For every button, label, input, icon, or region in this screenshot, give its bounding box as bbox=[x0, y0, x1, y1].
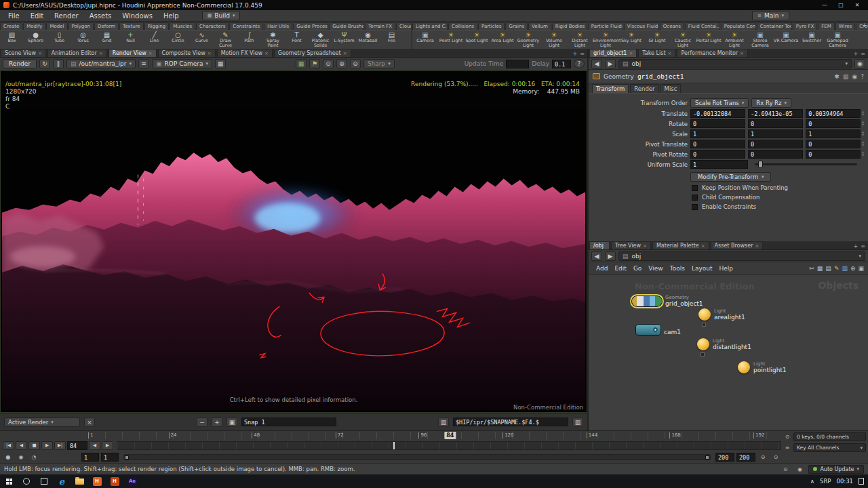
close-icon[interactable]: × bbox=[668, 51, 672, 56]
shelf-tab[interactable]: Muscles bbox=[170, 22, 195, 30]
checkbox[interactable] bbox=[692, 204, 698, 210]
transform-order-select[interactable]: Scale Rot Trans▾ bbox=[690, 98, 749, 108]
delay-field[interactable]: 0.1 bbox=[552, 60, 571, 68]
shelf-tool[interactable]: ▣Stereo Camera bbox=[747, 30, 773, 49]
snapshot-camera-icon[interactable]: ▣ bbox=[226, 418, 237, 427]
notification-center-icon[interactable] bbox=[859, 478, 864, 485]
shelf-tool[interactable]: ▣Switcher bbox=[799, 30, 825, 49]
prev-frame-button[interactable]: ◀ bbox=[89, 441, 100, 450]
zoom-icon[interactable]: ⊕ bbox=[850, 265, 856, 272]
key-menu-icon[interactable]: ≡ bbox=[783, 445, 791, 451]
playback-start-field[interactable]: 1 bbox=[101, 453, 119, 462]
shelf-tab[interactable]: Rigid Bodies bbox=[552, 22, 587, 30]
render-viewport[interactable]: /out/mantra_ipr[raytrace]-00:31:08[1] 12… bbox=[0, 70, 587, 413]
help-icon[interactable]: ? bbox=[574, 59, 585, 68]
pane-tab[interactable]: Tree View× bbox=[611, 241, 651, 249]
add-tab-icon[interactable]: + bbox=[854, 243, 859, 249]
snapshot-name-field[interactable]: Snap 1 bbox=[241, 418, 336, 426]
range-slider[interactable] bbox=[123, 454, 711, 460]
timeline-zoom-icon[interactable]: ⊖ bbox=[757, 454, 768, 460]
shelf-tool[interactable]: ▣Gamepad Camera bbox=[825, 30, 850, 49]
light-node-shape[interactable] bbox=[738, 361, 750, 373]
close-icon[interactable]: × bbox=[99, 51, 103, 56]
zoom-in-icon[interactable]: ⊕ bbox=[336, 59, 347, 68]
menu-item[interactable]: Help bbox=[158, 12, 184, 20]
shelf-tab[interactable]: Constraints bbox=[229, 22, 263, 30]
shelf-tool[interactable]: ☀Environment Light bbox=[593, 30, 618, 49]
pane-tab[interactable]: Render View× bbox=[108, 49, 157, 57]
light-node-shape[interactable] bbox=[698, 308, 711, 321]
shelf-tool[interactable]: ▦Grid bbox=[95, 30, 119, 49]
cook-indicator-icon[interactable]: ◉ bbox=[794, 466, 805, 472]
inspect-icon[interactable]: ⊙ bbox=[323, 59, 334, 68]
shelf-tab[interactable]: Polygon bbox=[68, 22, 94, 30]
pivot-rotate-z-input[interactable]: 0 bbox=[806, 150, 861, 159]
shelf-add-icon[interactable]: + bbox=[862, 22, 867, 28]
tray-expand-icon[interactable]: ∧ bbox=[810, 478, 814, 485]
pane-tab[interactable]: Asset Browser× bbox=[711, 241, 764, 249]
shelf-tab[interactable]: Model bbox=[46, 22, 67, 30]
load-snapshot-icon[interactable]: ▥ bbox=[572, 418, 583, 427]
timeline-options-icon[interactable]: ⊙ bbox=[770, 454, 781, 460]
shelf-tool[interactable]: ◆Platonic Solids bbox=[309, 30, 332, 49]
stop-button[interactable]: ■ bbox=[28, 441, 40, 450]
range-end-field[interactable]: 200 bbox=[736, 453, 755, 462]
forward-icon[interactable]: ▶ bbox=[605, 251, 616, 261]
node-name[interactable]: grid_object1 bbox=[637, 73, 684, 80]
network-menu-item[interactable]: Go bbox=[630, 265, 645, 272]
camera-node-shape[interactable] bbox=[636, 325, 660, 335]
uniform-scale-input[interactable]: 1 bbox=[690, 160, 748, 169]
play-reverse-button[interactable]: ◀ bbox=[16, 441, 27, 450]
shelf-tool[interactable]: ☀Point Light bbox=[438, 30, 464, 49]
zoom-out-icon[interactable]: ⊖ bbox=[350, 59, 361, 68]
pane-tab[interactable]: Composite View× bbox=[158, 49, 216, 57]
add-tab-icon[interactable]: + bbox=[854, 51, 859, 57]
network-canvas[interactable]: Non-Commercial Edition Objects Geometryg… bbox=[589, 274, 868, 430]
close-icon[interactable]: × bbox=[264, 51, 269, 56]
network-menu-item[interactable]: Tools bbox=[667, 265, 688, 272]
pivot-rotate-x-input[interactable]: 0 bbox=[690, 150, 745, 159]
minimize-button[interactable]: — bbox=[817, 2, 832, 8]
shelf-tab[interactable]: Guide Brushes bbox=[329, 22, 364, 30]
param-tab[interactable]: Transform bbox=[592, 84, 629, 93]
shelf-tab[interactable]: Texture bbox=[119, 22, 144, 30]
snapshot-path-field[interactable]: $HIP/ipr/$SNAPNAME.$F4.$ bbox=[453, 418, 568, 426]
shelf-tab[interactable]: Deform bbox=[94, 22, 119, 30]
shelf-tool[interactable]: ☀Distant Light bbox=[567, 30, 593, 49]
network-path-combo[interactable]: ▤obj▾ bbox=[618, 251, 865, 261]
translate-y-input[interactable]: -2.69413e-05 bbox=[748, 109, 803, 118]
play-button[interactable]: ▶ bbox=[41, 441, 53, 450]
pane-tab[interactable]: grid_object1× bbox=[589, 49, 637, 57]
list-icon[interactable]: ▤ bbox=[825, 265, 831, 272]
shelf-tab[interactable]: Terrain FX bbox=[365, 22, 395, 30]
shelf-tab[interactable]: Grains bbox=[505, 22, 528, 30]
frame-ruler[interactable]: 124487296120144168192 bbox=[88, 432, 781, 439]
camera-menu-icon[interactable]: ▦ bbox=[215, 59, 226, 68]
shelf-tab[interactable]: Rigging bbox=[144, 22, 170, 30]
rotate-x-input[interactable]: 0 bbox=[690, 119, 745, 128]
shelf-tool[interactable]: ●Sphere bbox=[24, 30, 47, 49]
shelf-tab[interactable]: Particles bbox=[478, 22, 505, 30]
message-log-icon[interactable]: ⊙ bbox=[780, 466, 791, 472]
clock[interactable]: 00:31 bbox=[837, 478, 854, 485]
houdini-fx-taskbar-icon[interactable]: H bbox=[106, 474, 123, 488]
shelf-tab[interactable]: Cloud FX bbox=[396, 22, 411, 30]
shelf-tool[interactable]: ▣VR Camera bbox=[773, 30, 799, 49]
ladder-icon[interactable]: ↕ bbox=[861, 141, 865, 147]
menu-item[interactable]: Assets bbox=[84, 12, 117, 20]
shelf-tool[interactable]: ☀Geometry Light bbox=[515, 30, 541, 49]
houdini-taskbar-icon[interactable]: H bbox=[88, 474, 106, 488]
rotate-y-input[interactable]: 0 bbox=[748, 119, 803, 128]
close-icon[interactable]: × bbox=[38, 51, 42, 56]
gear-icon[interactable]: ✱ bbox=[834, 73, 840, 80]
shelf-tool[interactable]: ◉Metaball bbox=[356, 30, 380, 49]
shelf-tab[interactable]: Particle Fluids bbox=[588, 22, 623, 30]
shelf-tool[interactable]: ☀Area Light bbox=[490, 30, 515, 49]
modify-pretransform-button[interactable]: Modify Pre-Transform▾ bbox=[690, 172, 771, 182]
jump-end-button[interactable]: ▶| bbox=[54, 441, 66, 450]
desktop-selector[interactable]: ▦ Build▾ bbox=[202, 11, 241, 20]
scoped-channels-icon[interactable]: ⊙ bbox=[783, 434, 791, 440]
render-button[interactable]: Render bbox=[3, 59, 37, 68]
pane-tab[interactable]: Material Palette× bbox=[652, 241, 709, 249]
translate-z-input[interactable]: 0.00394964 bbox=[806, 109, 861, 118]
